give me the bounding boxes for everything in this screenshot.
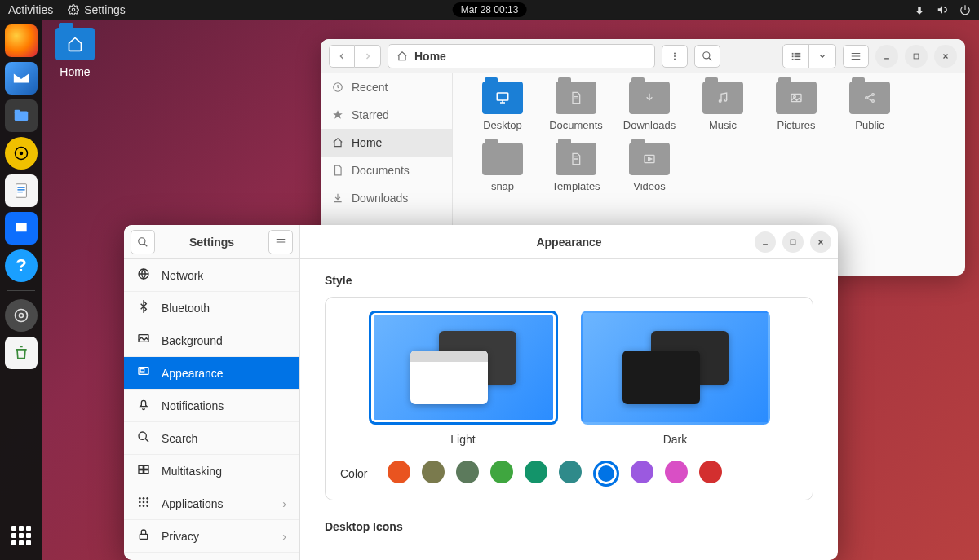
color-swatch-9[interactable] <box>699 461 722 483</box>
folder-desktop[interactable]: Desktop <box>466 82 539 131</box>
folder-icon <box>629 82 670 114</box>
svg-point-44 <box>146 497 148 500</box>
settings-close-button[interactable] <box>810 231 831 253</box>
sidebar-downloads[interactable]: Downloads <box>321 184 452 212</box>
nav-forward-button[interactable] <box>355 45 381 68</box>
dock-software[interactable] <box>5 212 38 245</box>
clock-icon <box>332 82 343 93</box>
settings-nav-network[interactable]: Network <box>124 259 299 292</box>
folder-label: Pictures <box>760 119 833 131</box>
sidebar-home[interactable]: Home <box>321 129 452 157</box>
color-swatch-4[interactable] <box>525 461 547 483</box>
sidebar-recent[interactable]: Recent <box>321 73 452 101</box>
settings-nav-notifications[interactable]: Notifications <box>124 390 299 422</box>
settings-nav-applications[interactable]: Applications› <box>124 487 299 520</box>
folder-documents[interactable]: Documents <box>539 82 613 131</box>
svg-rect-8 <box>17 192 22 192</box>
dock-settings[interactable] <box>5 299 38 332</box>
svg-point-46 <box>143 501 145 504</box>
color-swatch-3[interactable] <box>490 461 513 483</box>
settings-hamburger-button[interactable] <box>268 230 293 254</box>
desktop-icons-title: Desktop Icons <box>325 520 813 533</box>
svg-point-13 <box>674 58 676 60</box>
files-close-button[interactable] <box>934 45 957 68</box>
folder-snap[interactable]: snap <box>466 143 539 192</box>
dock-files[interactable] <box>5 99 38 132</box>
activities-button[interactable]: Activities <box>8 3 53 16</box>
network-icon[interactable] <box>914 4 925 15</box>
view-dropdown-button[interactable] <box>809 45 835 68</box>
color-swatch-6[interactable] <box>593 461 619 487</box>
folder-music[interactable]: Music <box>686 82 760 131</box>
settings-content: Style Light Dark <box>300 259 838 560</box>
folder-templates[interactable]: Templates <box>539 143 613 192</box>
settings-nav-background[interactable]: Background <box>124 324 299 357</box>
show-applications[interactable] <box>5 519 38 552</box>
files-minimize-button[interactable] <box>875 45 898 68</box>
folder-icon <box>482 143 523 175</box>
folder-pictures[interactable]: Pictures <box>760 82 833 131</box>
settings-nav-multitasking[interactable]: Multitasking <box>124 455 299 487</box>
files-maximize-button[interactable] <box>905 45 928 68</box>
path-label: Home <box>414 50 446 63</box>
settings-nav-appearance[interactable]: Appearance <box>124 357 299 390</box>
nav-label: Search <box>162 432 197 445</box>
settings-nav-bluetooth[interactable]: Bluetooth <box>124 292 299 324</box>
color-swatch-0[interactable] <box>388 461 410 483</box>
folder-icon <box>776 82 817 114</box>
nav-label: Multitasking <box>162 465 222 478</box>
clock[interactable]: Mar 28 00:13 <box>453 2 527 17</box>
home-icon <box>332 137 343 148</box>
color-swatch-8[interactable] <box>665 461 688 483</box>
desktop-home-label: Home <box>55 65 95 78</box>
desktop-home-icon[interactable]: Home <box>55 28 95 78</box>
sidebar-starred[interactable]: Starred <box>321 101 452 129</box>
settings-maximize-button[interactable] <box>782 231 804 253</box>
style-section-title: Style <box>325 274 813 287</box>
lock-icon <box>137 528 150 544</box>
volume-icon[interactable] <box>937 4 948 15</box>
dock-rhythmbox[interactable] <box>5 137 38 170</box>
path-menu-button[interactable] <box>662 45 688 68</box>
power-icon[interactable] <box>959 4 971 15</box>
top-panel: Activities Settings Mar 28 00:13 <box>0 0 979 20</box>
appear-icon <box>137 365 150 381</box>
folder-label: Videos <box>613 180 686 192</box>
svg-rect-5 <box>16 184 27 198</box>
folder-downloads[interactable]: Downloads <box>613 82 686 131</box>
svg-rect-40 <box>139 470 143 474</box>
list-view-button[interactable] <box>783 45 809 68</box>
dock-thunderbird[interactable] <box>5 62 38 95</box>
nav-back-button[interactable] <box>329 45 355 68</box>
sidebar-documents[interactable]: Documents <box>321 157 452 184</box>
pathbar[interactable]: Home <box>388 44 655 68</box>
dock-trash[interactable] <box>5 337 38 369</box>
dock-help[interactable]: ? <box>5 249 38 282</box>
color-swatch-7[interactable] <box>631 461 653 483</box>
color-swatch-5[interactable] <box>559 461 582 483</box>
dock-libreoffice[interactable] <box>5 174 38 207</box>
folder-videos[interactable]: Videos <box>613 143 686 192</box>
style-light-option[interactable] <box>369 311 558 425</box>
color-swatch-1[interactable] <box>422 461 445 483</box>
svg-point-48 <box>139 505 141 507</box>
settings-minimize-button[interactable] <box>755 231 776 253</box>
color-swatch-2[interactable] <box>456 461 479 483</box>
svg-point-11 <box>674 52 676 54</box>
settings-window: Settings NetworkBluetoothBackgroundAppea… <box>124 225 838 560</box>
folder-label: Desktop <box>466 119 539 131</box>
dock: ? <box>0 20 42 560</box>
files-hamburger-button[interactable] <box>843 45 869 68</box>
view-switcher <box>782 44 836 68</box>
folder-public[interactable]: Public <box>833 82 906 131</box>
settings-nav-privacy[interactable]: Privacy› <box>124 520 299 553</box>
style-dark-option[interactable] <box>581 311 770 425</box>
app-indicator[interactable]: Settings <box>68 3 126 16</box>
svg-rect-21 <box>914 54 919 59</box>
dock-firefox[interactable] <box>5 24 38 57</box>
svg-rect-19 <box>791 58 793 60</box>
settings-search-button[interactable] <box>131 230 155 254</box>
files-search-button[interactable] <box>694 45 720 68</box>
settings-nav-search[interactable]: Search <box>124 422 299 455</box>
folder-label: Downloads <box>613 119 686 131</box>
